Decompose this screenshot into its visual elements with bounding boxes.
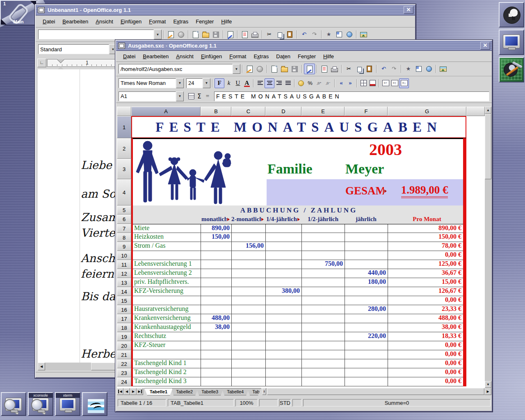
row-header-12[interactable]: 12 xyxy=(117,269,131,278)
sheet-row-16[interactable]: Hausratversicherung280,0023,33 € xyxy=(131,305,466,314)
sheet-row-10[interactable]: 0,00 € xyxy=(131,251,466,260)
row-header-14[interactable]: 14 xyxy=(117,287,131,296)
cell-F18[interactable] xyxy=(345,323,388,332)
font-size-input[interactable]: 24 xyxy=(186,78,203,88)
row-header-6[interactable]: 6 xyxy=(117,215,131,224)
pager-main-widget[interactable]: 1 Main xyxy=(0,0,37,25)
cell-A15[interactable] xyxy=(131,296,201,305)
cell-D18[interactable] xyxy=(265,323,301,332)
stop-loading-icon[interactable] xyxy=(255,64,265,74)
cell-A19[interactable]: Rechtschutz xyxy=(131,332,201,341)
cell-D21[interactable] xyxy=(265,350,301,359)
sheet-row-12[interactable]: Lebensversicherung 2440,0036,67 € xyxy=(131,269,466,278)
new-document-icon[interactable] xyxy=(190,30,201,39)
cell-E23[interactable] xyxy=(301,368,345,377)
menu-item-einfügen[interactable]: Einfügen xyxy=(117,17,145,26)
italic-icon[interactable]: k xyxy=(224,79,233,88)
row-header-10[interactable]: 10 xyxy=(117,251,131,260)
period-label-1[interactable]: monatlich xyxy=(201,215,231,224)
freeze-rows-icon[interactable]: ≡↑ xyxy=(381,79,390,88)
background-color-icon[interactable] xyxy=(368,79,377,88)
paste-icon[interactable] xyxy=(285,30,295,39)
cell-C20[interactable] xyxy=(231,341,265,350)
save-document-icon[interactable] xyxy=(211,30,221,39)
prev-sheet-button[interactable]: ◀ xyxy=(123,388,130,395)
sheet-row-24[interactable]: Taschengeld Kind 30,00 € xyxy=(131,377,466,386)
calc-url-input[interactable]: /home/rolf2/Ausgaben.sxc xyxy=(119,64,233,74)
column-header-F[interactable]: F xyxy=(345,107,388,116)
calc-titlebar[interactable]: Ausgaben.sxc - OpenOffice.org 1.1 ✕ xyxy=(116,41,492,51)
row-headers[interactable]: 123456789101112131415161718192021222324 xyxy=(117,116,131,386)
period-label-4[interactable]: 1/2-jährlich xyxy=(301,215,345,224)
cell-C24[interactable] xyxy=(231,377,265,386)
cell-D17[interactable] xyxy=(265,314,301,323)
cell-E18[interactable] xyxy=(301,323,345,332)
cell-F15[interactable] xyxy=(345,296,388,305)
calc-system-menu-icon[interactable] xyxy=(118,43,125,49)
column-header-B[interactable]: B xyxy=(201,107,231,116)
cell-E20[interactable] xyxy=(301,341,345,350)
open-url-icon[interactable] xyxy=(166,30,176,39)
menu-item-hilfe[interactable]: Hilfe xyxy=(320,52,338,61)
increase-indent-icon[interactable]: » xyxy=(346,79,355,88)
cell-G10[interactable]: 0,00 € xyxy=(388,251,466,260)
cell-E13[interactable] xyxy=(301,278,345,287)
cell-B20[interactable] xyxy=(201,341,231,350)
menu-item-extras[interactable]: Extras xyxy=(169,17,192,26)
row-header-8[interactable]: 8 xyxy=(117,233,131,242)
cell-D23[interactable] xyxy=(265,368,301,377)
cell-G7[interactable]: 890,00 € xyxy=(388,224,466,233)
row-header-4[interactable]: 4 xyxy=(117,179,131,205)
cell-title-row[interactable]: FESTE MONATSAUSGABEN xyxy=(131,116,466,138)
cell-D16[interactable] xyxy=(265,305,301,314)
row-header-9[interactable]: 9 xyxy=(117,242,131,251)
cell-C17[interactable] xyxy=(231,314,265,323)
gallery-icon[interactable] xyxy=(438,64,448,74)
next-sheet-button[interactable]: ▶ xyxy=(130,388,137,395)
cell-B16[interactable] xyxy=(201,305,231,314)
cell-A11[interactable]: Lebensversicherung 1 xyxy=(131,260,201,269)
cell-D13[interactable] xyxy=(265,278,301,287)
cell-F22[interactable] xyxy=(345,359,388,368)
font-name-input[interactable]: Times New Roman xyxy=(119,78,176,88)
cell-G21[interactable]: 0,00 € xyxy=(388,350,466,359)
cell-E19[interactable] xyxy=(301,332,345,341)
cell-A12[interactable]: Lebensversicherung 2 xyxy=(131,269,201,278)
cell-F21[interactable] xyxy=(345,350,388,359)
sheet-row-21[interactable]: 0,00 € xyxy=(131,350,466,359)
writer-titlebar[interactable]: Unbenannt1 - OpenOffice.org 1.1 ✕ xyxy=(36,5,415,16)
sheet-row-13[interactable]: priv. Haftpflichtvers.180,0015,00 € xyxy=(131,278,466,287)
row-header-23[interactable]: 23 xyxy=(117,368,131,377)
edit-file-icon[interactable] xyxy=(304,64,315,74)
calc-close-button[interactable]: ✕ xyxy=(480,42,490,50)
sheet-row-22[interactable]: Taschengeld Kind 10,00 € xyxy=(131,359,466,368)
column-header-A[interactable]: A xyxy=(131,107,201,116)
menu-item-datei[interactable]: Datei xyxy=(119,52,139,61)
redo-icon[interactable]: ↷ xyxy=(309,30,320,39)
font-name-dropdown[interactable]: ▼ xyxy=(176,78,184,88)
menu-item-bearbeiten[interactable]: Bearbeiten xyxy=(59,17,92,26)
cell-C19[interactable] xyxy=(231,332,265,341)
taskbar-button-openoffice-logo-icon[interactable] xyxy=(82,392,107,416)
writer-system-menu-icon[interactable] xyxy=(38,7,45,13)
cell-C12[interactable] xyxy=(231,269,265,278)
cell-meyer[interactable]: Meyer xyxy=(345,161,384,177)
band-row5[interactable]: ABBUCHUNG / ZAHLUNG xyxy=(131,205,466,215)
band-row6[interactable]: monatlich2-monatlich1/4-jährlich1/2-jähr… xyxy=(131,215,466,224)
cell-B21[interactable] xyxy=(201,350,231,359)
cell-B7[interactable]: 890,00 xyxy=(201,224,231,233)
row-header-20[interactable]: 20 xyxy=(117,341,131,350)
period-label-5[interactable]: jährlich xyxy=(345,215,388,224)
cell-D19[interactable] xyxy=(265,332,301,341)
stylist-icon[interactable] xyxy=(334,30,344,39)
desktop-icon-wm-logo[interactable] xyxy=(499,2,524,27)
bold-icon[interactable]: F xyxy=(215,78,224,88)
cell-A21[interactable] xyxy=(131,350,201,359)
scroll-down-button[interactable]: ▼ xyxy=(485,381,491,388)
cell-C7[interactable] xyxy=(231,224,265,233)
freeze-columns-icon[interactable]: ≡↓ xyxy=(399,78,409,88)
menu-item-ansicht[interactable]: Ansicht xyxy=(92,17,117,26)
cell-D20[interactable] xyxy=(265,341,301,350)
cell-G20[interactable]: 0,00 € xyxy=(388,341,466,350)
row-header-18[interactable]: 18 xyxy=(117,323,131,332)
